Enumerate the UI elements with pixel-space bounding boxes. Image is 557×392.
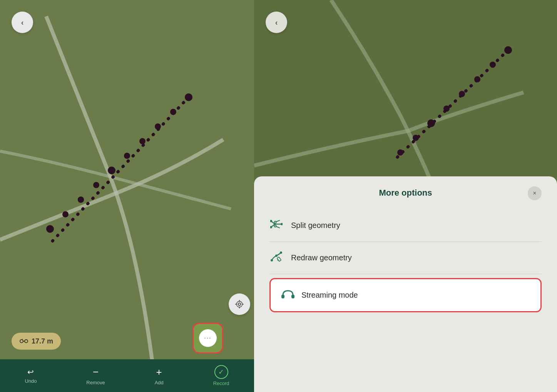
close-button[interactable]: × [528,186,542,200]
split-geometry-icon [269,219,283,232]
map-background-right [254,0,557,200]
bottom-toolbar: ↩ Undo − Remove + Add ✓ Record [0,359,254,392]
close-icon: × [533,190,536,197]
svg-point-43 [280,251,282,254]
streaming-mode-item[interactable]: Streaming mode [269,278,542,312]
svg-rect-44 [277,257,281,261]
bottom-sheet-header: More options × [269,188,542,198]
svg-rect-47 [291,295,294,298]
distance-badge: 17.7 m [12,333,61,350]
right-panel: ‹ More options × [254,0,557,392]
back-button-left[interactable]: ‹ [12,12,33,33]
more-options-icon: ··· [199,329,217,347]
record-label: Record [213,380,229,386]
undo-label: Undo [25,378,37,384]
svg-rect-46 [281,295,284,298]
svg-point-12 [20,340,23,343]
add-label: Add [155,380,164,385]
bottom-sheet: More options × [254,176,557,392]
record-icon: ✓ [214,365,228,379]
back-chevron-right-icon: ‹ [275,18,278,27]
back-chevron-icon: ‹ [21,18,24,27]
remove-icon: − [93,366,99,378]
svg-point-17 [236,301,242,307]
svg-line-15 [22,339,23,340]
svg-line-37 [276,220,280,222]
redraw-geometry-label: Redraw geometry [291,253,352,262]
split-geometry-label: Split geometry [291,221,340,230]
svg-point-13 [25,340,28,343]
svg-line-38 [276,226,280,228]
svg-point-16 [238,303,241,306]
redraw-geometry-icon [269,251,283,265]
undo-button[interactable]: ↩ Undo [25,367,37,384]
redraw-geometry-item[interactable]: Redraw geometry [269,242,542,274]
add-icon: + [156,366,162,378]
remove-label: Remove [86,380,105,385]
undo-icon: ↩ [27,367,34,377]
back-button-right[interactable]: ‹ [266,12,287,33]
streaming-mode-label: Streaming mode [301,291,358,300]
left-map-panel: ‹ 17.7 m ··· ↩ Undo [0,0,254,392]
split-geometry-item[interactable]: Split geometry [269,209,542,242]
distance-value: 17.7 m [32,337,53,345]
streaming-mode-icon [280,288,294,303]
record-button[interactable]: ✓ Record [213,365,229,386]
gps-button[interactable] [229,293,250,315]
svg-point-40 [274,225,276,227]
svg-point-36 [281,223,283,225]
more-options-button[interactable]: ··· [192,323,223,353]
remove-button[interactable]: − Remove [86,366,105,385]
svg-point-42 [275,255,278,257]
svg-point-41 [271,259,273,261]
bottom-sheet-title: More options [379,188,432,198]
add-button[interactable]: + Add [155,366,164,385]
distance-icon [19,337,28,346]
svg-point-39 [274,221,276,223]
gps-icon [234,299,244,309]
